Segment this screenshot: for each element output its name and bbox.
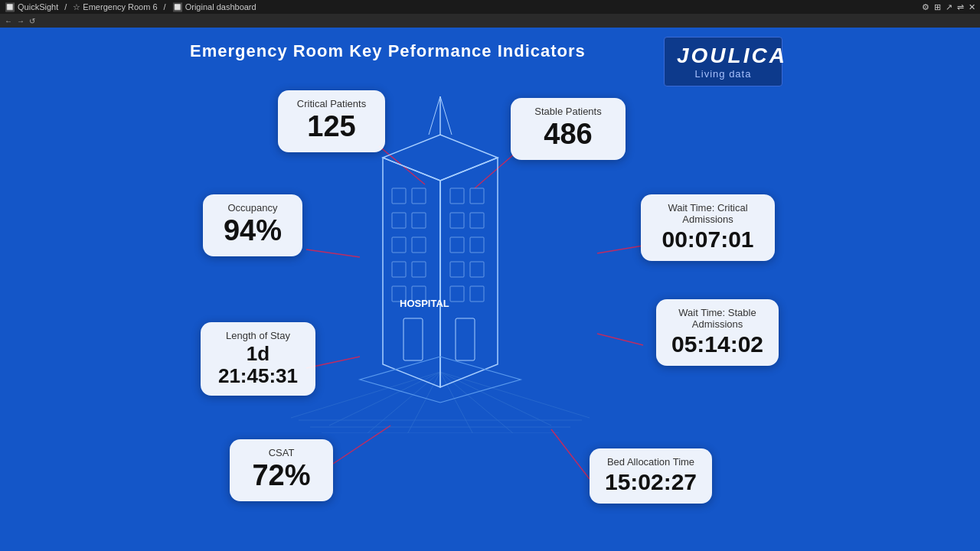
csat-value: 72% [243, 460, 319, 492]
occupancy-card: Occupancy 94% [203, 194, 302, 256]
topbar-sep: / [64, 2, 67, 11]
svg-rect-41 [450, 262, 464, 277]
topbar: 🔲 QuickSight / ☆ Emergency Room 6 / 🔲 Or… [0, 0, 980, 14]
svg-rect-35 [450, 188, 464, 204]
wait-time-critical-value: 00:07:01 [655, 227, 761, 252]
svg-rect-38 [470, 213, 484, 228]
wait-time-stable-label: Wait Time: Stable Admissions [670, 307, 765, 330]
topbar-breadcrumb: ☆ Emergency Room 6 [73, 2, 157, 12]
svg-rect-36 [470, 188, 484, 204]
length-of-stay-value: 1d 21:45:31 [214, 343, 302, 386]
svg-line-14 [440, 372, 513, 433]
logo-name: JOULICA [677, 44, 769, 68]
svg-rect-39 [450, 237, 464, 253]
stable-patients-value: 486 [524, 119, 612, 151]
svg-rect-29 [392, 237, 406, 253]
svg-rect-42 [470, 262, 484, 277]
topbar-app: 🔲 QuickSight [5, 2, 58, 12]
stable-patients-card: Stable Patients 486 [511, 98, 626, 160]
svg-marker-20 [440, 158, 498, 387]
toolbar2: ← → ↺ [0, 14, 980, 28]
svg-line-7 [551, 429, 590, 479]
svg-rect-26 [412, 188, 426, 204]
svg-rect-27 [392, 213, 406, 228]
topbar-icon-1[interactable]: ⚙ [922, 2, 929, 12]
svg-marker-21 [383, 135, 498, 181]
wait-time-stable-card: Wait Time: Stable Admissions 05:14:02 [656, 299, 779, 366]
bed-allocation-label: Bed Allocation Time [603, 456, 698, 468]
toolbar2-undo[interactable]: ← [5, 17, 12, 25]
dashboard-title: Emergency Room Key Peformance Indicators [190, 41, 586, 61]
logo-tagline: Living data [677, 68, 769, 80]
critical-patients-card: Critical Patients 125 [278, 90, 385, 152]
svg-line-23 [429, 96, 440, 135]
dashboard: HOSPITAL Emergency Room Key Peformance I… [0, 28, 980, 551]
bed-allocation-card: Bed Allocation Time 15:02:27 [590, 448, 712, 504]
svg-rect-44 [470, 286, 484, 302]
length-of-stay-label: Length of Stay [214, 330, 302, 341]
stable-patients-label: Stable Patients [524, 106, 612, 117]
svg-rect-25 [392, 188, 406, 204]
wait-time-stable-value: 05:14:02 [670, 331, 765, 357]
toolbar2-redo[interactable]: → [17, 17, 24, 25]
topbar-page: 🔲 Original dashboard [172, 2, 256, 12]
length-of-stay-card: Length of Stay 1d 21:45:31 [201, 322, 315, 396]
svg-rect-32 [412, 262, 426, 277]
occupancy-label: Occupancy [217, 202, 289, 214]
svg-line-10 [368, 372, 440, 433]
csat-card: CSAT 72% [230, 439, 333, 501]
topbar-icon-5[interactable]: ✕ [969, 2, 975, 12]
csat-label: CSAT [243, 447, 319, 458]
wait-time-critical-card: Wait Time: Critical Admissions 00:07:01 [641, 194, 775, 261]
svg-rect-46 [456, 318, 475, 360]
svg-text:HOSPITAL: HOSPITAL [400, 298, 449, 309]
svg-rect-45 [403, 318, 423, 360]
topbar-icon-4[interactable]: ⇌ [957, 2, 964, 12]
svg-rect-31 [392, 262, 406, 277]
bed-allocation-value: 15:02:27 [603, 469, 698, 494]
svg-rect-43 [450, 286, 464, 302]
topbar-icon-2[interactable]: ⊞ [934, 2, 941, 12]
svg-rect-30 [412, 237, 426, 253]
svg-rect-37 [450, 213, 464, 228]
critical-patients-value: 125 [292, 111, 371, 143]
wait-time-critical-label: Wait Time: Critical Admissions [655, 202, 761, 225]
topbar-icon-3[interactable]: ↗ [946, 2, 952, 12]
toolbar2-refresh[interactable]: ↺ [29, 17, 35, 25]
topbar-sep2: / [164, 2, 166, 11]
critical-patients-label: Critical Patients [292, 98, 371, 109]
svg-rect-40 [470, 237, 484, 253]
logo-box: JOULICA Living data [664, 37, 782, 86]
svg-line-24 [440, 96, 452, 135]
svg-marker-19 [383, 158, 440, 387]
occupancy-value: 94% [217, 215, 289, 247]
svg-rect-28 [412, 213, 426, 228]
